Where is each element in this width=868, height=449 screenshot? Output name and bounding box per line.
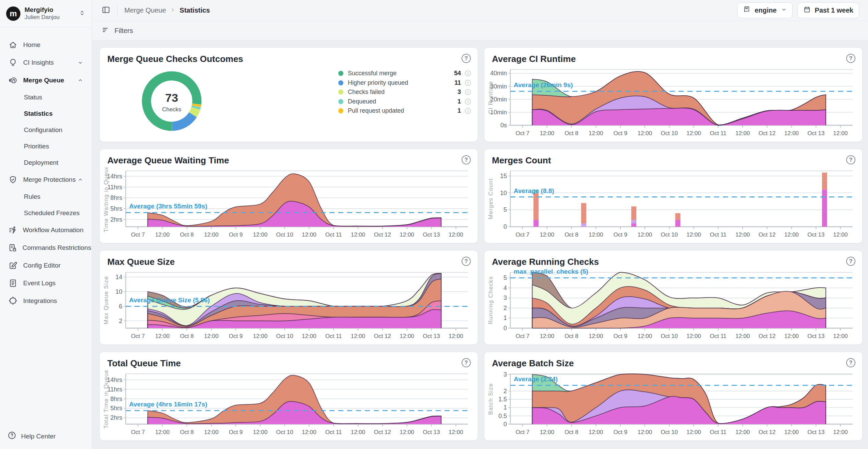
svg-text:2: 2 — [119, 318, 122, 324]
svg-text:Oct 8: Oct 8 — [564, 231, 578, 238]
help-icon[interactable]: ? — [462, 257, 471, 266]
svg-text:12:00: 12:00 — [540, 231, 554, 238]
org-name: Mergifyio — [25, 6, 79, 14]
sidebar-item-home[interactable]: Home — [3, 36, 88, 54]
svg-text:Oct 10: Oct 10 — [276, 333, 293, 339]
svg-text:Oct 10: Oct 10 — [661, 130, 678, 137]
card-title: Average Queue Waiting Time — [107, 155, 229, 166]
svg-text:Oct 11: Oct 11 — [325, 429, 342, 435]
chevron-up-icon — [77, 77, 83, 83]
sidebar-item-label: Merge Queue — [23, 77, 77, 84]
svg-text:12:00: 12:00 — [302, 429, 316, 435]
svg-text:12:00: 12:00 — [351, 231, 366, 238]
help-icon[interactable]: ? — [846, 358, 855, 367]
sidebar-item-ci-insights[interactable]: CI Insights — [3, 54, 88, 71]
sidebar-item-status[interactable]: Status — [3, 89, 88, 106]
date-range-value: Past 1 week — [815, 6, 853, 14]
info-icon[interactable]: i — [465, 99, 471, 105]
svg-text:12:00: 12:00 — [400, 231, 414, 238]
sidebar-item-scheduled-freezes[interactable]: Scheduled Freezes — [3, 205, 88, 221]
help-icon[interactable]: ? — [846, 155, 855, 164]
sidebar-item-config-editor[interactable]: Config Editor — [3, 257, 88, 274]
svg-text:Oct 11: Oct 11 — [710, 231, 727, 238]
help-center-label: Help Center — [21, 433, 56, 440]
svg-text:12:00: 12:00 — [735, 429, 750, 435]
sidebar-item-integrations[interactable]: Integrations — [3, 292, 88, 310]
org-switcher-chevrons-icon — [79, 10, 86, 18]
average-queue-waiting-time-chart: 2hrs5hrs8hrs11hrs14hrsOct 712:00Oct 812:… — [103, 167, 473, 241]
help-icon[interactable]: ? — [462, 54, 471, 63]
svg-text:12:00: 12:00 — [351, 333, 366, 339]
repository-select[interactable]: engine — [737, 2, 792, 18]
svg-text:12:00: 12:00 — [155, 231, 170, 238]
filters-button[interactable]: Filters — [114, 27, 133, 35]
svg-text:12:00: 12:00 — [253, 429, 268, 435]
svg-text:Oct 10: Oct 10 — [661, 231, 678, 238]
svg-text:1.5: 1.5 — [498, 396, 507, 403]
doc-lock-icon — [8, 243, 17, 253]
svg-text:12:00: 12:00 — [540, 333, 554, 339]
breadcrumb: Merge Queue Statistics — [124, 6, 210, 14]
svg-text:12:00: 12:00 — [589, 130, 603, 137]
svg-text:Average (4hrs 16min 17s): Average (4hrs 16min 17s) — [129, 401, 207, 408]
org-switcher[interactable]: m Mergifyio Julien Danjou — [0, 0, 92, 27]
sidebar-item-label: Config Editor — [23, 262, 83, 269]
svg-text:10: 10 — [500, 190, 507, 196]
svg-text:12:00: 12:00 — [833, 429, 848, 435]
svg-text:8hrs: 8hrs — [110, 194, 122, 201]
info-icon[interactable]: i — [465, 89, 471, 95]
lightbulb-icon — [8, 58, 18, 67]
svg-text:0s: 0s — [500, 122, 507, 129]
sidebar-item-workflow-automation[interactable]: Workflow Automation — [3, 221, 88, 239]
help-icon[interactable]: ? — [462, 155, 471, 164]
svg-text:Oct 8: Oct 8 — [180, 231, 194, 238]
svg-text:12:00: 12:00 — [784, 231, 799, 238]
sidebar-item-statistics[interactable]: Statistics — [3, 106, 88, 122]
sidebar-item-deployment[interactable]: Deployment — [3, 155, 88, 171]
help-icon[interactable]: ? — [846, 54, 855, 63]
svg-text:12:00: 12:00 — [735, 231, 750, 238]
svg-text:12:00: 12:00 — [302, 231, 316, 238]
cards-grid: Merge Queue Checks Outcomes ? 73Checks S… — [99, 47, 863, 441]
help-center-button[interactable]: Help Center — [7, 431, 56, 442]
card-merge-queue-checks-outcomes: Merge Queue Checks Outcomes ? 73Checks S… — [99, 47, 478, 142]
svg-text:12:00: 12:00 — [735, 333, 750, 339]
sidebar-item-commands-restrictions[interactable]: Commands Restrictions — [3, 239, 88, 257]
card-title: Total Queue Time — [107, 358, 181, 369]
legend-label: Successful merge — [348, 70, 454, 77]
svg-text:12:00: 12:00 — [204, 333, 219, 339]
puzzle-icon — [8, 296, 18, 306]
svg-text:Oct 10: Oct 10 — [661, 429, 678, 435]
svg-text:12:00: 12:00 — [686, 333, 701, 339]
sidebar-item-configuration[interactable]: Configuration — [3, 122, 88, 138]
svg-text:Oct 12: Oct 12 — [759, 231, 776, 238]
info-icon[interactable]: i — [465, 80, 471, 86]
info-icon[interactable]: i — [465, 108, 471, 114]
svg-text:Oct 7: Oct 7 — [516, 333, 530, 339]
help-icon[interactable]: ? — [846, 257, 855, 266]
svg-text:73: 73 — [165, 91, 178, 104]
info-icon[interactable]: i — [465, 70, 471, 76]
date-range-button[interactable]: Past 1 week — [797, 2, 859, 18]
breadcrumb-merge-queue[interactable]: Merge Queue — [124, 6, 166, 14]
checks-outcomes-legend: Successful merge 54 i Higher priority qu… — [338, 69, 471, 116]
sidebar-item-priorities[interactable]: Priorities — [3, 138, 88, 155]
sidebar-item-merge-protections[interactable]: Merge Protections — [3, 171, 88, 189]
repo-book-icon — [743, 6, 750, 15]
svg-text:Oct 8: Oct 8 — [564, 429, 578, 435]
svg-text:Oct 8: Oct 8 — [564, 333, 578, 339]
legend-item: Checks failed 3 i — [338, 87, 471, 97]
sidebar-item-event-logs[interactable]: Event Logs — [3, 274, 88, 292]
sidebar-item-rules[interactable]: Rules — [3, 189, 88, 205]
legend-value: 54 — [454, 70, 461, 77]
svg-text:Oct 8: Oct 8 — [180, 333, 194, 339]
svg-text:Oct 11: Oct 11 — [710, 429, 727, 435]
app-root: m Mergifyio Julien Danjou Home CI Insigh… — [0, 0, 868, 449]
svg-text:11hrs: 11hrs — [107, 184, 122, 191]
sidebar-toggle-button[interactable] — [102, 5, 110, 16]
sidebar-item-merge-queue[interactable]: Merge Queue — [3, 71, 88, 89]
svg-text:Oct 10: Oct 10 — [661, 333, 678, 339]
svg-text:3: 3 — [503, 371, 507, 378]
svg-text:Oct 13: Oct 13 — [807, 231, 824, 238]
help-icon[interactable]: ? — [462, 358, 471, 367]
